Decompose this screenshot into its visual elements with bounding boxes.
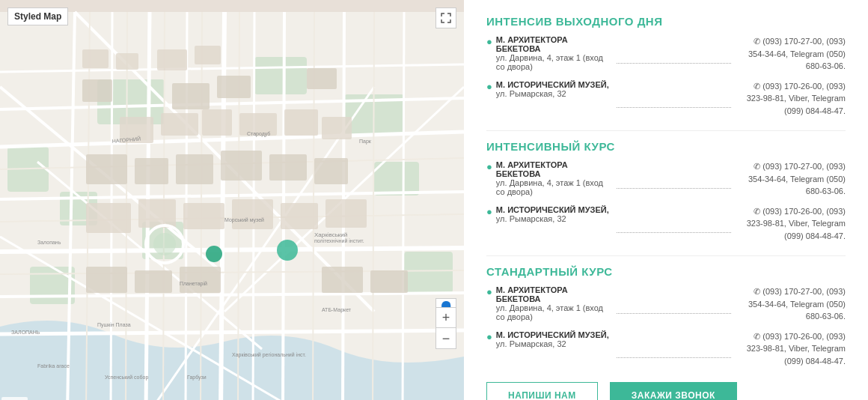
svg-rect-59 xyxy=(221,151,262,181)
location-details-3: М. АРХИТЕКТОРА БЕКЕТОВА ул. Дарвина, 4, … xyxy=(496,160,611,196)
svg-rect-58 xyxy=(176,154,213,184)
location-row-3: ● М. АРХИТЕКТОРА БЕКЕТОВА ул. Дарвина, 4… xyxy=(486,160,846,198)
svg-rect-65 xyxy=(232,199,273,229)
write-us-button[interactable]: НАПИШИ НАМ xyxy=(486,382,598,400)
svg-rect-51 xyxy=(161,113,198,136)
location-contacts-2: ✆ (093) 170-26-00, (093) 323-98-81, Vibe… xyxy=(737,80,846,118)
svg-rect-62 xyxy=(86,203,131,233)
order-call-button[interactable]: ЗАКАЖИ ЗВОНОК xyxy=(610,382,737,400)
location-name-5: М. АРХИТЕКТОРА БЕКЕТОВА xyxy=(496,285,611,303)
location-name-3: М. АРХИТЕКТОРА БЕКЕТОВА xyxy=(496,160,611,178)
phone-icon-5: ✆ xyxy=(754,287,760,296)
svg-rect-67 xyxy=(326,199,367,228)
location-name-4: М. ИСТОРИЧЕСКИЙ МУЗЕЙ, xyxy=(496,205,611,214)
location-name-1: М. АРХИТЕКТОРА БЕКЕТОВА xyxy=(496,35,611,53)
divider-1 xyxy=(486,130,846,131)
svg-rect-9 xyxy=(404,252,453,293)
svg-text:Парк: Парк xyxy=(359,139,372,145)
svg-rect-2 xyxy=(254,57,307,94)
svg-rect-45 xyxy=(195,46,221,64)
location-dots-1 xyxy=(617,56,731,64)
location-row-6: ● М. ИСТОРИЧЕСКИЙ МУЗЕЙ, ул. Рымарская, … xyxy=(486,330,846,368)
location-row-2: ● М. ИСТОРИЧЕСКИЙ МУЗЕЙ, ул. Рымарская, … xyxy=(486,80,846,118)
svg-text:Морський музей: Морський музей xyxy=(224,217,264,223)
location-dots-2 xyxy=(617,100,731,108)
location-row-5: ● М. АРХИТЕКТОРА БЕКЕТОВА ул. Дарвина, 4… xyxy=(486,285,846,323)
svg-text:Залопань: Залопань xyxy=(37,240,61,245)
location-name-6: М. ИСТОРИЧЕСКИЙ МУЗЕЙ, xyxy=(496,330,611,339)
location-address-6: ул. Рымарская, 32 xyxy=(496,339,611,348)
map-fullscreen-button[interactable] xyxy=(435,7,456,28)
location-dots-3 xyxy=(617,181,731,189)
svg-line-22 xyxy=(403,12,404,400)
svg-text:Гарбузи: Гарбузи xyxy=(187,375,207,381)
svg-rect-72 xyxy=(370,270,408,293)
map-marker-2[interactable] xyxy=(277,240,298,261)
phone-icon-4: ✆ xyxy=(754,207,760,216)
svg-text:Успенський собор: Успенський собор xyxy=(105,375,148,381)
location-pin-icon-4: ● xyxy=(486,206,492,217)
phone-icon-2: ✆ xyxy=(754,82,760,91)
svg-rect-71 xyxy=(322,267,363,293)
location-name-2: М. ИСТОРИЧЕСКИЙ МУЗЕЙ, xyxy=(496,80,611,89)
location-pin-icon-1: ● xyxy=(486,36,492,47)
course-title-standard-course: СТАНДАРТНЫЙ КУРС xyxy=(486,265,846,278)
svg-rect-68 xyxy=(86,267,127,293)
svg-rect-66 xyxy=(281,203,318,229)
location-dots-4 xyxy=(617,225,731,233)
svg-rect-63 xyxy=(138,199,176,228)
svg-rect-69 xyxy=(135,270,172,293)
svg-rect-42 xyxy=(82,49,109,68)
map-container: НАГОРНИЙ Стародуб Парк Залопань Харківсь… xyxy=(0,0,464,400)
svg-rect-57 xyxy=(135,158,168,184)
location-address-5: ул. Дарвина, 4, этаж 1 (вход со двора) xyxy=(496,303,611,321)
location-contacts-4: ✆ (093) 170-26-00, (093) 323-98-81, Vibe… xyxy=(737,205,846,243)
svg-rect-55 xyxy=(322,117,352,139)
svg-rect-48 xyxy=(217,76,251,98)
location-row-4: ● М. ИСТОРИЧЕСКИЙ МУЗЕЙ, ул. Рымарская, … xyxy=(486,205,846,243)
phone-icon-3: ✆ xyxy=(754,162,760,171)
location-pin-icon-3: ● xyxy=(486,161,492,172)
svg-rect-56 xyxy=(86,154,127,184)
map-label: Styled Map xyxy=(7,7,68,25)
svg-rect-64 xyxy=(183,203,224,229)
phone-icon-6: ✆ xyxy=(754,332,760,341)
svg-rect-47 xyxy=(172,83,210,109)
course-title-intensive-weekend: ИНТЕНСИВ ВЫХОДНОГО ДНЯ xyxy=(486,15,846,28)
svg-rect-54 xyxy=(284,109,318,136)
location-address-1: ул. Дарвина, 4, этаж 1 (вход со двора) xyxy=(496,53,611,71)
svg-rect-52 xyxy=(202,109,232,136)
zoom-in-button[interactable]: + xyxy=(435,307,456,328)
svg-rect-43 xyxy=(116,53,138,70)
location-dots-5 xyxy=(617,306,731,314)
info-section: ИНТЕНСИВ ВЫХОДНОГО ДНЯ ● М. АРХИТЕКТОРА … xyxy=(464,0,868,400)
map-marker-1[interactable] xyxy=(206,246,222,262)
svg-text:Fabrika araсe: Fabrika araсe xyxy=(37,363,70,369)
location-address-4: ул. Рымарская, 32 xyxy=(496,214,611,223)
location-details-6: М. ИСТОРИЧЕСКИЙ МУЗЕЙ, ул. Рымарская, 32 xyxy=(496,330,611,348)
svg-text:Планетарій: Планетарій xyxy=(180,281,207,287)
svg-rect-44 xyxy=(157,49,187,70)
svg-text:Пушкін Плаза: Пушкін Плаза xyxy=(97,322,131,328)
svg-point-74 xyxy=(153,233,176,255)
map-svg: НАГОРНИЙ Стародуб Парк Залопань Харківсь… xyxy=(0,0,464,400)
location-contacts-6: ✆ (093) 170-26-00, (093) 323-98-81, Vibe… xyxy=(737,330,846,368)
zoom-out-button[interactable]: − xyxy=(435,328,456,349)
buttons-row: НАПИШИ НАМ ЗАКАЖИ ЗВОНОК xyxy=(486,382,846,400)
location-details-2: М. ИСТОРИЧЕСКИЙ МУЗЕЙ, ул. Рымарская, 32 xyxy=(496,80,611,98)
svg-text:Стародуб: Стародуб xyxy=(247,131,270,137)
svg-text:Харківський: Харківський xyxy=(314,231,347,238)
svg-rect-61 xyxy=(314,158,348,184)
divider-2 xyxy=(486,255,846,256)
svg-text:політехнічний інстит.: політехнічний інстит. xyxy=(314,238,364,243)
course-block-intensive-weekend: ИНТЕНСИВ ВЫХОДНОГО ДНЯ ● М. АРХИТЕКТОРА … xyxy=(486,15,846,117)
svg-rect-60 xyxy=(269,154,307,181)
svg-rect-4 xyxy=(374,162,419,196)
location-dots-6 xyxy=(617,351,731,358)
phone-icon-1: ✆ xyxy=(754,37,760,46)
course-title-intensive-course: ИНТЕНСИВНЫЙ КУРС xyxy=(486,140,846,153)
svg-rect-49 xyxy=(307,68,337,89)
svg-rect-70 xyxy=(180,267,221,293)
zoom-controls: + − xyxy=(435,307,456,349)
course-block-standard-course: СТАНДАРТНЫЙ КУРС ● М. АРХИТЕКТОРА БЕКЕТО… xyxy=(486,265,846,367)
